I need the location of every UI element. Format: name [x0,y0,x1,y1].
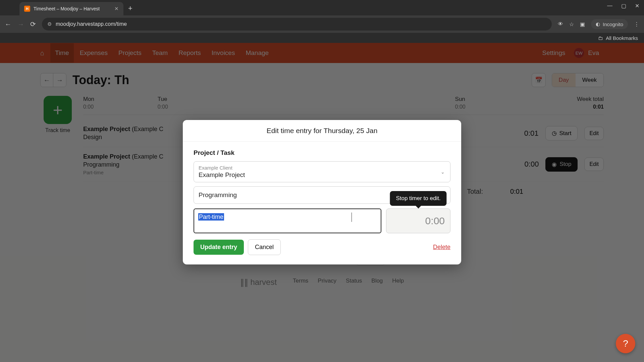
project-name: Example Project [199,171,445,179]
incognito-badge[interactable]: ◐ Incognito [591,19,628,29]
minimize-icon[interactable]: — [607,3,612,9]
project-select[interactable]: Example Client Example Project ⌄ [194,161,450,182]
window-controls: — ▢ ✕ [607,3,639,9]
site-settings-icon[interactable]: ⚙ [47,21,52,27]
bookmarks-bar: 🗀 All Bookmarks [0,33,644,43]
page: ⌂ Time Expenses Projects Team Reports In… [0,43,644,362]
edit-time-entry-modal: Edit time entry for Thursday, 25 Jan Pro… [183,120,461,264]
update-entry-button[interactable]: Update entry [194,240,244,255]
text-cursor [352,213,352,222]
new-tab-button[interactable]: + [128,4,132,13]
eye-off-icon[interactable]: 👁︎ [558,21,563,27]
forward-icon: → [17,20,24,28]
all-bookmarks-link[interactable]: All Bookmarks [606,35,638,41]
folder-icon: 🗀 [598,35,603,41]
chevron-down-icon: ⌄ [441,169,445,175]
incognito-icon: ◐ [596,21,600,27]
cancel-button[interactable]: Cancel [248,239,281,255]
address-bar: ← → ⟳ ⚙ moodjoy.harvestapp.com/time 👁︎ ☆… [0,15,644,33]
back-icon[interactable]: ← [5,20,11,28]
browser-menu-icon[interactable]: ⋮ [634,21,639,27]
delete-link[interactable]: Delete [433,244,450,251]
project-task-label: Project / Task [194,149,450,157]
bookmark-star-icon[interactable]: ☆ [569,21,574,27]
help-fab[interactable]: ? [616,334,635,353]
modal-title: Edit time entry for Thursday, 25 Jan [183,120,461,142]
close-window-icon[interactable]: ✕ [635,3,639,9]
notes-selected-text: Part-time [198,213,224,221]
browser-chrome: H Timesheet – Moodjoy – Harvest ✕ + — ▢ … [0,0,644,43]
url-field[interactable]: ⚙ moodjoy.harvestapp.com/time [42,18,552,31]
maximize-icon[interactable]: ▢ [621,3,626,9]
tab-bar: H Timesheet – Moodjoy – Harvest ✕ + — ▢ … [0,0,644,15]
sidepanel-icon[interactable]: ▣ [580,21,585,27]
reload-icon[interactable]: ⟳ [30,20,36,28]
client-name: Example Client [199,165,445,171]
time-input: 0:00 [386,208,450,233]
notes-input[interactable]: Part-time [194,208,381,233]
url-text: moodjoy.harvestapp.com/time [56,21,127,27]
browser-tab[interactable]: H Timesheet – Moodjoy – Harvest ✕ [19,2,123,15]
tooltip: Stop timer to edit. [390,191,446,206]
tab-title: Timesheet – Moodjoy – Harvest [34,6,111,11]
close-tab-icon[interactable]: ✕ [114,6,119,12]
harvest-favicon: H [24,6,30,12]
